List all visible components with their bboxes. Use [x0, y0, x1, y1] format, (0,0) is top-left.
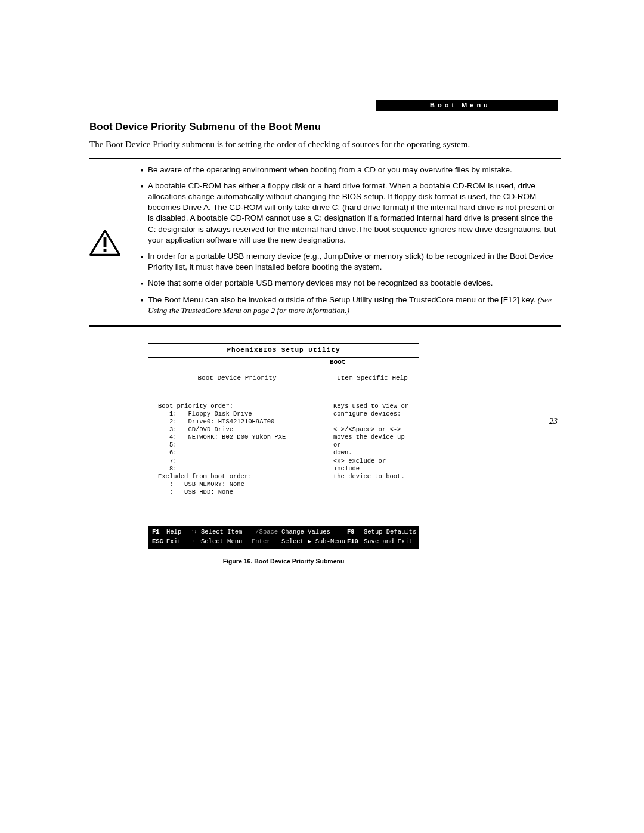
rule-3: [89, 325, 561, 326]
rule-4: [89, 326, 561, 327]
lbl-save: Save and Exit: [364, 537, 416, 546]
page: Boot Menu Boot Device Priority Submenu o…: [0, 0, 644, 600]
note-text: In order for a portable USB memory devic…: [148, 252, 553, 271]
bios-priority-list: Boot priority order: 1: Floppy Disk Driv…: [148, 388, 326, 527]
caution-list: Be aware of the operating environment wh…: [132, 165, 561, 322]
bios-right-pane: Item Specific Help Keys used to view or …: [326, 368, 419, 526]
key-f10: F10: [347, 537, 364, 546]
note-text: The Boot Menu can also be invoked outsid…: [148, 295, 535, 304]
list-item: Be aware of the operating environment wh…: [141, 165, 561, 175]
bios-title: PhoenixBIOS Setup Utility: [148, 344, 419, 358]
list-item: The Boot Menu can also be invoked outsid…: [141, 295, 561, 316]
caution-block: Be aware of the operating environment wh…: [89, 165, 561, 322]
warning-icon: [89, 165, 132, 322]
priority-item: 2: Drive0: HTS421210H9AT00: [169, 418, 274, 425]
bios-tab-boot: Boot: [326, 358, 349, 368]
bios-window: PhoenixBIOS Setup Utility Boot Boot Devi…: [148, 343, 419, 549]
bios-left-pane: Boot Device Priority Boot priority order…: [148, 368, 326, 526]
priority-item: 4: NETWORK: B02 D00 Yukon PXE: [169, 433, 286, 441]
key-f9: F9: [347, 528, 364, 537]
priority-item: 3: CD/DVD Drive: [169, 426, 233, 433]
lbl-defaults: Setup Defaults: [364, 528, 416, 537]
page-number: 23: [549, 417, 558, 426]
key-leftright: ←→: [191, 537, 201, 546]
key-updown: ↑↓: [191, 528, 201, 537]
lbl-exit: Exit: [166, 537, 191, 546]
key-enter: Enter: [252, 537, 281, 546]
bios-screenshot: PhoenixBIOS Setup Utility Boot Boot Devi…: [148, 343, 419, 564]
key-f1: F1: [152, 528, 166, 537]
priority-label: Boot priority order:: [158, 402, 233, 410]
list-item: A bootable CD-ROM has either a floppy di…: [141, 181, 561, 246]
list-item: In order for a portable USB memory devic…: [141, 251, 561, 272]
lbl-change: Change Values: [281, 528, 347, 537]
bios-left-heading: Boot Device Priority: [148, 368, 326, 388]
lbl-select-menu: Select Menu: [201, 537, 252, 546]
priority-item: 6:: [169, 449, 177, 456]
figure-caption: Figure 16. Boot Device Priority Submenu: [148, 558, 419, 565]
bios-footer: F1 Help ↑↓ Select Item -/Space Change Va…: [148, 526, 419, 548]
svg-rect-2: [104, 249, 107, 252]
rule-2: [89, 158, 561, 159]
lbl-submenu: Select ▶ Sub-Menu: [281, 537, 347, 546]
intro-paragraph: The Boot Device Priority submenu is for …: [89, 139, 561, 151]
bios-help-text: Keys used to view or configure devices: …: [326, 388, 419, 487]
excluded-item: : USB HDD: None: [169, 488, 233, 496]
list-item: Note that some older portable USB memory…: [141, 278, 561, 289]
excluded-item: : USB MEMORY: None: [169, 481, 244, 488]
priority-item: 8:: [169, 465, 177, 472]
priority-item: 5:: [169, 441, 177, 448]
lbl-select-item: Select Item: [201, 528, 252, 537]
priority-item: 1: Floppy Disk Drive: [169, 410, 252, 417]
priority-item: 7:: [169, 457, 177, 465]
note-text: Note that some older portable USB memory…: [148, 278, 493, 287]
lbl-help: Help: [166, 528, 191, 537]
section-heading: Boot Device Priority Submenu of the Boot…: [89, 121, 561, 133]
bios-tabbar: Boot: [148, 358, 419, 368]
bios-right-heading: Item Specific Help: [326, 368, 419, 388]
header-tab: Boot Menu: [376, 100, 558, 111]
key-esc: ESC: [152, 537, 166, 546]
excluded-label: Excluded from boot order:: [158, 473, 252, 480]
note-text: Be aware of the operating environment wh…: [148, 165, 512, 174]
key-space: -/Space: [252, 528, 281, 537]
rule-top: [88, 112, 558, 112]
note-text: A bootable CD-ROM has either a floppy di…: [148, 181, 556, 244]
rule-1: [89, 157, 561, 157]
svg-rect-1: [104, 237, 107, 247]
